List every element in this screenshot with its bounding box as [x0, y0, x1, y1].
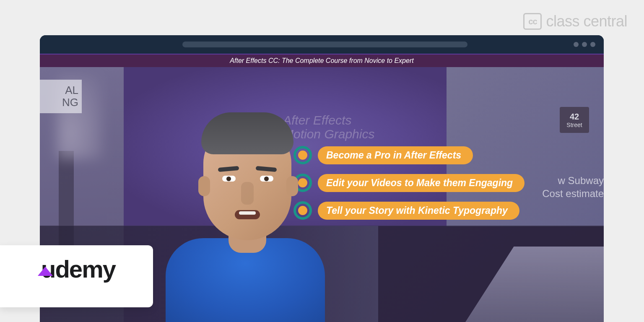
url-bar[interactable] — [182, 42, 467, 47]
bg-street-sign: 42 Street — [560, 107, 589, 133]
instructor-figure — [153, 87, 329, 322]
bullet-text: Become a Pro in After Effects — [318, 146, 473, 164]
class-central-text: class central — [546, 13, 627, 30]
udemy-badge: udemy — [0, 245, 153, 307]
window-control-dot[interactable] — [590, 42, 595, 47]
bg-subway-text: w Subway Cost estimate — [542, 174, 604, 200]
course-title-bar: After Effects CC: The Complete Course fr… — [40, 54, 604, 67]
bg-left-label: AL NG — [40, 80, 82, 113]
udemy-caret-icon — [38, 267, 53, 278]
window-control-dot[interactable] — [582, 42, 587, 47]
browser-chrome — [40, 35, 604, 54]
window-controls — [574, 42, 595, 47]
course-title: After Effects CC: The Complete Course fr… — [230, 57, 413, 65]
window-control-dot[interactable] — [574, 42, 579, 47]
class-central-icon: cc — [523, 13, 542, 30]
class-central-logo: cc class central — [523, 13, 627, 30]
bullet-text: Edit your Videos to Make them Engaging — [318, 174, 525, 192]
bullet-text: Tell your Story with Kinetic Typography — [318, 202, 519, 220]
udemy-logo: udemy — [38, 255, 115, 298]
